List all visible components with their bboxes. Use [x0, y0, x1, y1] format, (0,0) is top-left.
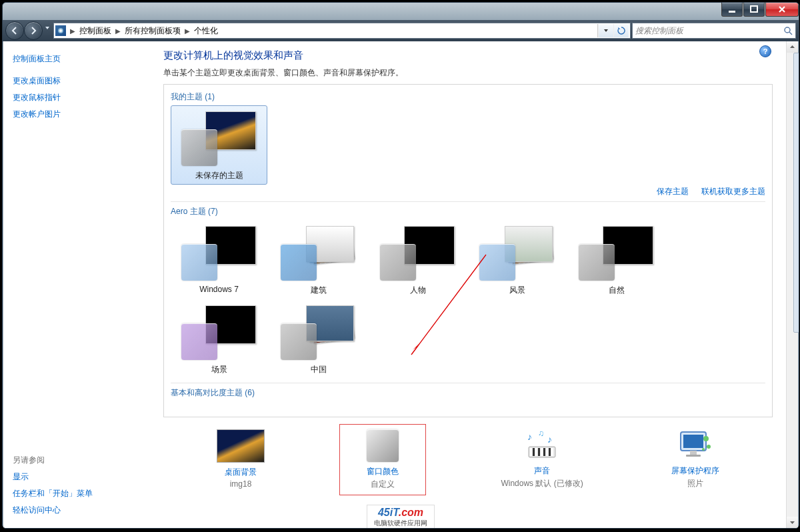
window-color-button[interactable]: 窗口颜色 自定义 — [339, 424, 426, 495]
theme-characters[interactable]: 人物 — [369, 220, 466, 299]
seealso-taskbar[interactable]: 任务栏和「开始」菜单 — [10, 485, 143, 502]
svg-rect-13 — [546, 448, 548, 456]
bottom-sub: Windows 默认 (已修改) — [501, 478, 583, 489]
svg-rect-8 — [533, 448, 535, 456]
chevron-right-icon[interactable]: ▶ — [114, 27, 122, 35]
search-placeholder: 搜索控制面板 — [635, 25, 683, 37]
svg-point-22 — [702, 448, 705, 451]
chevron-right-icon[interactable]: ▶ — [183, 27, 191, 35]
svg-rect-1 — [751, 6, 757, 12]
seealso-ease-of-access[interactable]: 轻松访问中心 — [10, 502, 143, 519]
address-buttons — [597, 24, 629, 37]
theme-label: 中国 — [273, 364, 363, 375]
bottom-title: 声音 — [501, 465, 583, 477]
svg-point-21 — [707, 445, 711, 449]
forward-button[interactable] — [24, 21, 43, 40]
chevron-right-icon[interactable]: ▶ — [69, 27, 77, 35]
sidebar-link-mouse-pointers[interactable]: 更改鼠标指针 — [10, 89, 143, 106]
svg-rect-15 — [551, 448, 553, 456]
watermark-suffix: .com — [399, 507, 423, 518]
theme-label: 人物 — [373, 285, 463, 296]
aero-themes-grid: Windows 7 — [171, 220, 765, 379]
page-subheading: 单击某个主题立即更改桌面背景、窗口颜色、声音和屏幕保护程序。 — [163, 67, 773, 79]
theme-unsaved[interactable]: 未保存的主题 — [171, 105, 267, 185]
scroll-up-button[interactable] — [787, 41, 798, 53]
control-panel-icon — [55, 25, 66, 36]
bottom-sub: 自定义 — [367, 479, 399, 490]
bottom-sub: 照片 — [671, 478, 719, 489]
theme-architecture[interactable]: 建筑 — [270, 220, 367, 299]
theme-nature[interactable]: 自然 — [568, 220, 665, 299]
section-basic-themes: 基本和高对比度主题 (6) — [171, 387, 765, 399]
theme-china[interactable]: 中国 — [270, 299, 367, 379]
svg-text:♪: ♪ — [527, 431, 532, 442]
themes-box: 我的主题 (1) 未保存的主题 — [163, 84, 773, 417]
breadcrumb-item[interactable]: 个性化 — [191, 25, 221, 37]
sounds-button[interactable]: ♪ ♫ ♪ 声音 Windo — [487, 424, 596, 495]
theme-windows7[interactable]: Windows 7 — [171, 220, 267, 299]
content: ? 更改计算机上的视觉效果和声音 单击某个主题立即更改桌面背景、窗口颜色、声音和… — [150, 41, 786, 528]
back-button[interactable] — [5, 21, 24, 40]
close-button[interactable] — [765, 3, 799, 17]
scroll-down-button[interactable] — [787, 517, 798, 528]
maximize-button[interactable] — [743, 3, 765, 17]
bottom-title: 屏幕保护程序 — [671, 465, 719, 477]
minimize-button[interactable] — [721, 3, 743, 17]
theme-landscapes[interactable]: 风景 — [469, 220, 565, 299]
bottom-sub: img18 — [217, 479, 265, 489]
theme-label: 风景 — [472, 285, 562, 296]
svg-point-20 — [703, 436, 709, 441]
divider — [171, 201, 765, 202]
svg-rect-7 — [530, 448, 532, 456]
content-wrap: ? 更改计算机上的视觉效果和声音 单击某个主题立即更改桌面背景、窗口颜色、声音和… — [150, 41, 798, 528]
breadcrumb-item[interactable]: 控制面板 — [77, 25, 114, 37]
seealso-heading: 另请参阅 — [10, 452, 143, 469]
divider — [171, 383, 765, 383]
svg-rect-18 — [690, 451, 697, 455]
nav-arrows — [5, 21, 52, 40]
theme-scenes[interactable]: 场景 — [171, 299, 267, 379]
theme-label: 建筑 — [273, 285, 363, 296]
titlebar — [3, 3, 799, 20]
watermark: 45iT.com 电脑软硬件应用网 — [367, 505, 435, 528]
svg-rect-0 — [729, 11, 735, 13]
svg-rect-19 — [686, 455, 701, 457]
sidebar-link-home[interactable]: 控制面板主页 — [10, 51, 143, 67]
help-button[interactable]: ? — [759, 45, 771, 57]
svg-rect-11 — [541, 448, 543, 456]
nav-history-dropdown[interactable] — [43, 21, 52, 35]
watermark-brand: 45iT — [378, 507, 399, 518]
address-dropdown-button[interactable] — [598, 24, 613, 37]
svg-text:♪: ♪ — [547, 434, 552, 445]
search-icon — [783, 26, 793, 35]
navbar: ▶ 控制面板 ▶ 所有控制面板项 ▶ 个性化 搜索控制面板 — [3, 20, 799, 41]
sidebar-link-desktop-icons[interactable]: 更改桌面图标 — [10, 73, 143, 89]
scroll-thumb[interactable] — [793, 53, 800, 333]
save-links: 保存主题 联机获取更多主题 — [171, 186, 765, 197]
window-controls — [721, 3, 799, 17]
breadcrumb: ▶ 控制面板 ▶ 所有控制面板项 ▶ 个性化 — [69, 25, 597, 37]
window: ▶ 控制面板 ▶ 所有控制面板项 ▶ 个性化 搜索控制面板 — [2, 2, 799, 529]
search-input[interactable]: 搜索控制面板 — [632, 23, 796, 39]
svg-rect-14 — [549, 448, 551, 456]
desktop-background-button[interactable]: 桌面背景 img18 — [203, 424, 278, 495]
watermark-tagline: 电脑软硬件应用网 — [374, 519, 427, 528]
get-more-themes-link[interactable]: 联机获取更多主题 — [701, 187, 765, 196]
sidebar-link-account-picture[interactable]: 更改帐户图片 — [10, 106, 143, 123]
theme-label: Windows 7 — [174, 285, 264, 294]
sidebar: 控制面板主页 更改桌面图标 更改鼠标指针 更改帐户图片 另请参阅 显示 任务栏和… — [3, 41, 150, 528]
seealso-display[interactable]: 显示 — [10, 469, 143, 485]
screensaver-button[interactable]: 屏幕保护程序 照片 — [658, 424, 733, 495]
page-heading: 更改计算机上的视觉效果和声音 — [163, 49, 773, 62]
vertical-scrollbar[interactable] — [786, 41, 798, 528]
refresh-button[interactable] — [613, 24, 629, 37]
address-bar[interactable]: ▶ 控制面板 ▶ 所有控制面板项 ▶ 个性化 — [53, 23, 631, 39]
section-aero-themes: Aero 主题 (7) — [171, 206, 765, 217]
theme-label: 场景 — [174, 364, 264, 375]
svg-text:♫: ♫ — [538, 429, 544, 438]
bottom-title: 窗口颜色 — [367, 466, 399, 477]
breadcrumb-item[interactable]: 所有控制面板项 — [122, 25, 183, 37]
save-theme-link[interactable]: 保存主题 — [657, 187, 689, 196]
section-my-themes: 我的主题 (1) — [171, 91, 765, 103]
body: 控制面板主页 更改桌面图标 更改鼠标指针 更改帐户图片 另请参阅 显示 任务栏和… — [3, 41, 798, 528]
